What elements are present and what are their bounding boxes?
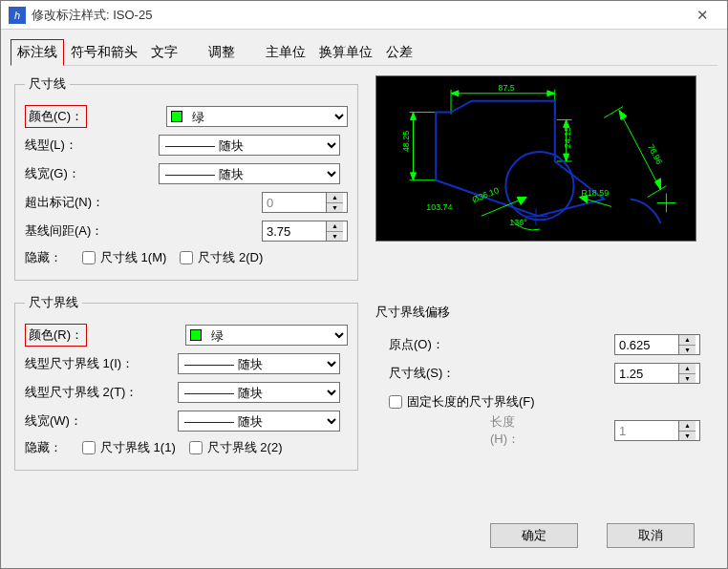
label-extend: 超出标记(N)：: [25, 194, 159, 211]
select-ext-lt2[interactable]: ———— 随块: [178, 382, 340, 403]
ok-button[interactable]: 确定: [490, 523, 578, 548]
svg-marker-27: [517, 198, 526, 205]
tab-primary-units[interactable]: 主单位: [259, 39, 312, 66]
group-extlines: 尺寸界线 颜色(R)： 绿 线型尺寸界线 1(I)： ———— 随块: [14, 294, 358, 471]
svg-text:24.15: 24.15: [563, 127, 572, 148]
label-dimline-offset: 尺寸线(S)：: [375, 365, 519, 382]
svg-line-23: [648, 186, 667, 198]
spin-down-icon[interactable]: ▼: [327, 203, 343, 213]
spinner-extend[interactable]: ▲▼: [262, 192, 348, 213]
tab-strip: 标注线 符号和箭头 文字 调整 主单位 换算单位 公差: [1, 30, 727, 66]
checkbox-dimline2[interactable]: 尺寸线 2(D): [180, 249, 263, 266]
svg-point-25: [505, 152, 573, 220]
spin-up-icon[interactable]: ▲: [679, 364, 696, 374]
label-baseline: 基线间距(A)：: [25, 222, 159, 240]
label-hide: 隐藏：: [25, 249, 82, 266]
group-extlines-legend: 尺寸界线: [25, 294, 82, 311]
select-linetype[interactable]: ———— 随块: [159, 135, 340, 156]
label-lineweight: 线宽(G)：: [25, 165, 159, 182]
select-ext-lw[interactable]: ———— 随块: [178, 411, 340, 432]
app-icon: h: [9, 7, 26, 24]
label-length: 长度(H)：: [375, 413, 519, 448]
label-origin-offset: 原点(O)：: [375, 336, 519, 353]
label-color-c: 颜色(C)：: [25, 105, 87, 128]
input-baseline[interactable]: [263, 221, 326, 241]
spin-down-icon[interactable]: ▼: [327, 232, 343, 242]
tab-tolerance[interactable]: 公差: [379, 39, 419, 66]
spinner-length: ▲▼: [614, 420, 700, 441]
spin-up-icon[interactable]: ▲: [327, 193, 343, 203]
select-color-c[interactable]: 绿: [166, 106, 348, 127]
input-length: [615, 421, 678, 440]
select-lineweight[interactable]: ———— 随块: [159, 163, 340, 184]
select-color-c-wrap: 绿: [166, 106, 348, 127]
tab-fit[interactable]: 调整: [202, 39, 242, 66]
spin-down-icon[interactable]: ▼: [679, 346, 696, 355]
input-dimline[interactable]: [615, 364, 678, 383]
tab-symbols-arrows[interactable]: 符号和箭头: [64, 39, 144, 66]
checkbox-fixed-length[interactable]: 固定长度的尺寸界线(F): [389, 393, 535, 411]
dialog-footer: 确定 取消: [1, 514, 727, 558]
label-color-r: 颜色(R)：: [25, 324, 87, 347]
svg-text:87.5: 87.5: [498, 83, 514, 93]
group-dimlines: 尺寸线 颜色(C)： 绿 线型(L)： ———— 随块 线: [14, 75, 358, 281]
svg-marker-9: [411, 113, 417, 120]
group-dimlines-legend: 尺寸线: [25, 75, 70, 93]
spinner-baseline[interactable]: ▲▼: [262, 221, 348, 242]
cancel-button[interactable]: 取消: [607, 523, 695, 548]
svg-text:103.74: 103.74: [426, 202, 452, 212]
tab-text[interactable]: 文字: [144, 39, 184, 66]
spinner-origin[interactable]: ▲▼: [614, 334, 700, 355]
svg-text:76.96: 76.96: [646, 142, 664, 165]
input-origin[interactable]: [615, 335, 678, 354]
svg-marker-4: [547, 91, 555, 96]
tab-alt-units[interactable]: 换算单位: [312, 39, 379, 66]
spin-up-icon: ▲: [679, 421, 696, 432]
dialog-window: h 修改标注样式: ISO-25 ✕ 标注线 符号和箭头 文字 调整 主单位 换…: [0, 0, 728, 569]
close-icon[interactable]: ✕: [685, 7, 719, 24]
select-color-r[interactable]: 绿: [185, 325, 348, 346]
svg-text:R18.59: R18.59: [581, 188, 609, 198]
spin-down-icon[interactable]: ▼: [679, 374, 696, 384]
titlebar: h 修改标注样式: ISO-25 ✕: [1, 1, 727, 30]
svg-text:48.25: 48.25: [401, 131, 411, 152]
input-extend: [263, 193, 326, 212]
svg-marker-3: [451, 91, 459, 96]
spinner-dimline[interactable]: ▲▼: [614, 363, 700, 384]
svg-marker-14: [564, 119, 569, 127]
label-ext-lt2: 线型尺寸界线 2(T)：: [25, 384, 178, 401]
svg-marker-15: [564, 154, 569, 161]
label-ext-lt1: 线型尺寸界线 1(I)：: [25, 355, 178, 372]
group-offset-legend: 尺寸界线偏移: [375, 304, 700, 321]
window-title: 修改标注样式: ISO-25: [32, 7, 685, 24]
label-ext-lw: 线宽(W)：: [25, 412, 178, 430]
label-linetype: 线型(L)：: [25, 137, 159, 154]
tab-dimlines[interactable]: 标注线: [11, 39, 64, 66]
checkbox-extline1[interactable]: 尺寸界线 1(1): [82, 439, 176, 456]
checkbox-dimline1[interactable]: 尺寸线 1(M): [82, 249, 166, 266]
label-ext-hide: 隐藏：: [25, 439, 82, 456]
svg-marker-10: [411, 173, 417, 180]
spin-up-icon[interactable]: ▲: [327, 221, 343, 232]
checkbox-extline2[interactable]: 尺寸界线 2(2): [189, 439, 283, 456]
spin-down-icon: ▼: [679, 432, 696, 441]
select-color-r-wrap: 绿: [185, 325, 348, 346]
preview-image: 87.5 48.25: [375, 75, 696, 242]
select-ext-lt1[interactable]: ———— 随块: [178, 353, 340, 374]
svg-marker-20: [619, 111, 627, 120]
spin-up-icon[interactable]: ▲: [679, 335, 696, 346]
tab-panel: 尺寸线 颜色(C)： 绿 线型(L)： ———— 随块 线: [11, 65, 717, 514]
svg-text:136°: 136°: [509, 218, 527, 227]
